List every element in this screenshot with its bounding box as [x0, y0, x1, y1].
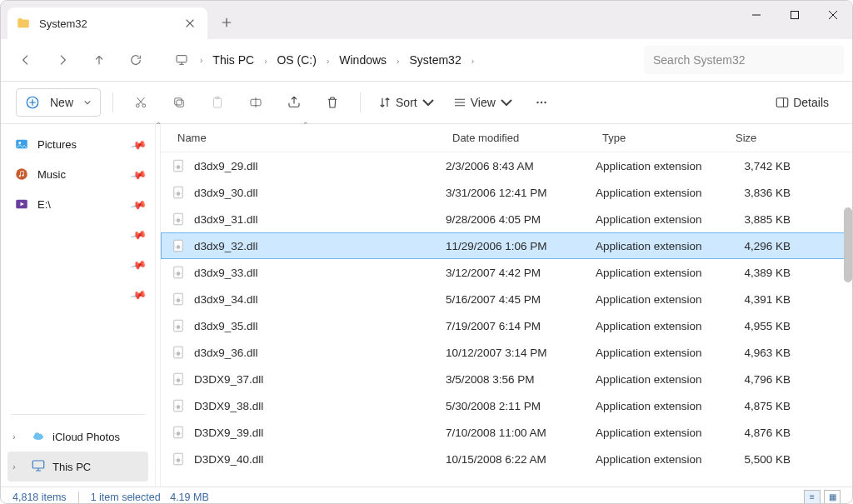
header-name[interactable]: Name — [171, 132, 446, 144]
close-tab-icon[interactable] — [184, 17, 196, 29]
sort-indicator-icon: ⌃ — [302, 121, 309, 129]
paste-button[interactable] — [202, 88, 233, 117]
minimize-button[interactable] — [737, 1, 776, 29]
details-pane-button[interactable]: Details — [770, 88, 837, 117]
back-button[interactable] — [9, 45, 42, 75]
svg-rect-5 — [177, 100, 183, 107]
nav-bar: › This PC›OS (C:)›Windows›System32› — [1, 39, 852, 81]
forward-button[interactable] — [46, 45, 79, 75]
file-dll-icon — [171, 265, 186, 280]
maximize-button[interactable] — [776, 1, 814, 29]
sort-button[interactable]: Sort — [372, 88, 441, 117]
sidebar-item-pinned[interactable]: 📌 — [7, 219, 148, 249]
file-dll-icon — [171, 318, 186, 333]
close-window-button[interactable] — [814, 1, 852, 29]
breadcrumb[interactable]: › This PC›OS (C:)›Windows›System32› — [162, 46, 634, 74]
table-row[interactable]: D3DX9_37.dll3/5/2008 3:56 PMApplication … — [161, 366, 852, 392]
chevron-right-icon: › — [322, 57, 334, 66]
search-box[interactable] — [644, 46, 844, 74]
chevron-right-icon[interactable]: › — [12, 462, 24, 472]
plus-icon — [221, 17, 232, 28]
search-input[interactable] — [653, 53, 835, 67]
more-button[interactable] — [526, 88, 557, 117]
column-headers[interactable]: ⌃ Name Date modified Type Size — [161, 124, 852, 152]
table-row[interactable]: d3dx9_32.dll11/29/2006 1:06 PMApplicatio… — [161, 232, 852, 259]
thumbnail-view-button[interactable]: ▦ — [824, 490, 841, 505]
sidebar-item[interactable]: Pictures📌 — [7, 129, 148, 159]
table-row[interactable]: d3dx9_34.dll5/16/2007 4:45 PMApplication… — [161, 286, 852, 312]
item-count: 4,818 items — [12, 492, 67, 503]
pin-icon: 📌 — [129, 227, 144, 242]
new-button[interactable]: New — [16, 88, 101, 117]
table-row[interactable]: d3dx9_31.dll9/28/2006 4:05 PMApplication… — [161, 206, 852, 232]
copy-button[interactable] — [163, 88, 195, 117]
rename-button[interactable] — [240, 88, 272, 117]
table-row[interactable]: d3dx9_30.dll3/31/2006 12:41 PMApplicatio… — [161, 179, 852, 206]
file-name: D3DX9_37.dll — [194, 373, 263, 386]
sidebar-item-pinned[interactable]: 📌 — [7, 279, 148, 309]
file-dll-icon — [171, 212, 186, 227]
sidebar-tree-item[interactable]: ›iCloud Photos — [7, 422, 148, 452]
file-dll-icon — [171, 452, 186, 467]
up-button[interactable] — [82, 45, 116, 75]
refresh-button[interactable] — [119, 45, 152, 75]
breadcrumb-segment[interactable]: Windows — [334, 50, 392, 70]
header-date[interactable]: Date modified — [446, 132, 596, 144]
separator — [78, 492, 79, 503]
chevron-right-icon[interactable]: › — [12, 432, 24, 442]
sidebar: Pictures📌Music📌E:\📌 📌📌📌 ›iCloud Photos›T… — [1, 124, 156, 487]
file-name: d3dx9_36.dll — [194, 347, 258, 359]
music-icon — [14, 167, 29, 182]
sidebar-item-pinned[interactable]: 📌 — [7, 249, 148, 279]
sidebar-item[interactable]: Music📌 — [7, 159, 148, 189]
table-row[interactable]: D3DX9_38.dll5/30/2008 2:11 PMApplication… — [161, 392, 852, 419]
svg-rect-6 — [175, 98, 182, 105]
file-size: 4,391 KB — [722, 293, 797, 306]
sidebar-separator — [11, 414, 145, 415]
table-row[interactable]: d3dx9_33.dll3/12/2007 4:42 PMApplication… — [161, 259, 852, 286]
svg-rect-0 — [791, 12, 799, 19]
breadcrumb-segment[interactable]: This PC — [207, 50, 259, 70]
breadcrumb-segment[interactable]: OS (C:) — [272, 50, 321, 70]
table-row[interactable]: d3dx9_35.dll7/19/2007 6:14 PMApplication… — [161, 312, 852, 339]
file-type: Application extension — [589, 267, 722, 279]
scrollbar[interactable] — [844, 207, 852, 282]
file-rows: d3dx9_29.dll2/3/2006 8:43 AMApplication … — [161, 152, 852, 487]
chevron-down-icon — [83, 98, 92, 107]
file-size: 4,876 KB — [722, 427, 797, 439]
details-view-button[interactable]: ≡ — [804, 490, 821, 505]
cut-button[interactable] — [125, 88, 157, 117]
table-row[interactable]: D3DX9_39.dll7/10/2008 11:00 AMApplicatio… — [161, 419, 852, 446]
new-tab-button[interactable] — [212, 9, 241, 36]
file-type: Application extension — [589, 427, 722, 439]
file-name: d3dx9_34.dll — [194, 293, 258, 306]
file-name: d3dx9_29.dll — [194, 160, 258, 172]
file-size: 4,875 KB — [722, 400, 797, 412]
selection-count: 1 item selected — [91, 492, 161, 503]
file-type: Application extension — [589, 213, 722, 226]
table-row[interactable]: d3dx9_36.dll10/12/2007 3:14 PMApplicatio… — [161, 339, 852, 366]
toolbar: New Sort View Details — [1, 82, 852, 123]
pin-icon: 📌 — [129, 197, 144, 212]
file-dll-icon — [171, 158, 186, 173]
table-row[interactable]: D3DX9_40.dll10/15/2008 6:22 AMApplicatio… — [161, 446, 852, 472]
delete-button[interactable] — [317, 88, 348, 117]
sidebar-tree-item[interactable]: ›This PC — [7, 452, 148, 482]
file-date: 7/19/2007 6:14 PM — [439, 320, 589, 332]
share-button[interactable] — [278, 88, 310, 117]
view-button[interactable]: View — [447, 88, 519, 117]
header-type[interactable]: Type — [596, 132, 729, 144]
file-name: d3dx9_32.dll — [194, 240, 258, 252]
sort-icon — [377, 95, 392, 110]
separator — [112, 92, 113, 112]
sidebar-item[interactable]: E:\📌 — [7, 189, 148, 219]
chevron-down-icon — [421, 95, 436, 110]
table-row[interactable]: d3dx9_29.dll2/3/2006 8:43 AMApplication … — [161, 152, 852, 179]
breadcrumb-segment[interactable]: System32 — [404, 50, 466, 70]
chevron-right-icon: › — [259, 57, 272, 66]
header-size[interactable]: Size — [729, 132, 804, 144]
window-tab[interactable]: System32 — [7, 7, 207, 39]
sidebar-item-label: iCloud Photos — [52, 431, 120, 443]
status-bar: 4,818 items 1 item selected 4.19 MB ≡ ▦ — [1, 487, 852, 504]
chevron-right-icon: › — [195, 56, 207, 65]
